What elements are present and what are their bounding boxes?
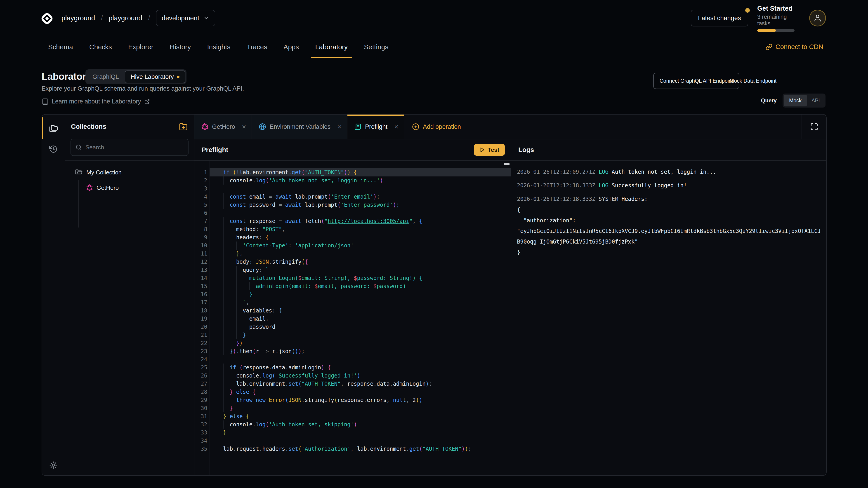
user-icon — [813, 14, 822, 22]
nav-item-history[interactable]: History — [170, 36, 191, 58]
nav-items: SchemaChecksExplorerHistoryInsightsTrace… — [48, 36, 388, 58]
nav-item-laboratory[interactable]: Laboratory — [315, 36, 348, 58]
code-line[interactable]: 18variables: { — [210, 306, 510, 315]
operation-row-label: GetHero — [96, 184, 119, 191]
link-icon — [766, 43, 772, 51]
get-started-widget[interactable]: Get Started 3 remaining tasks — [757, 5, 800, 32]
code-line[interactable]: 20password — [210, 323, 510, 331]
line-number: 12 — [194, 258, 207, 266]
nav-item-apps[interactable]: Apps — [283, 36, 299, 58]
code-editor[interactable]: 1if (!lab.environment.get("AUTH_TOKEN"))… — [194, 161, 510, 475]
close-icon[interactable]: × — [337, 123, 342, 130]
collections-icon[interactable] — [49, 124, 58, 133]
nav-item-traces[interactable]: Traces — [247, 36, 268, 58]
code-line[interactable]: 24 — [210, 355, 510, 363]
test-button[interactable]: Test — [474, 144, 505, 156]
code-line[interactable]: 4const email = await lab.prompt('Enter e… — [210, 193, 510, 201]
get-started-title: Get Started — [757, 5, 800, 12]
tab-preflight[interactable]: Preflight × — [347, 115, 404, 139]
search-input[interactable] — [86, 144, 184, 151]
code-line[interactable]: 3 — [210, 185, 510, 193]
line-number: 18 — [194, 306, 207, 315]
code-line[interactable]: 1if (!lab.environment.get("AUTH_TOKEN"))… — [210, 168, 510, 176]
graphql-icon — [201, 123, 209, 130]
endpoint-mode-row: Query Mock API — [761, 94, 826, 107]
code-line[interactable]: 33} — [210, 429, 510, 437]
test-button-label: Test — [488, 147, 499, 153]
code-line[interactable]: 13query: ` — [210, 266, 510, 274]
code-line[interactable]: 15adminLogin(email: $email, password: $p… — [210, 282, 510, 290]
line-number: 32 — [194, 420, 207, 429]
code-line[interactable]: 21} — [210, 331, 510, 339]
toggle-hive-laboratory[interactable]: Hive Laboratory — [125, 70, 185, 83]
mode-api-option[interactable]: API — [807, 95, 825, 106]
code-line[interactable]: 5const password = await lab.prompt('Ente… — [210, 201, 510, 209]
code-line[interactable]: 32console.log('Auth token set, skipping'… — [210, 420, 510, 429]
tab-gethero[interactable]: GetHero × — [194, 115, 252, 139]
breadcrumb-project[interactable]: playground — [109, 14, 142, 22]
code-line[interactable]: 12body: JSON.stringify({ — [210, 258, 510, 266]
code-line[interactable]: 16} — [210, 290, 510, 298]
nav-item-settings[interactable]: Settings — [364, 36, 388, 58]
breadcrumb-separator: / — [101, 14, 103, 22]
code-line[interactable]: 19email, — [210, 315, 510, 323]
operation-row-gethero[interactable]: GetHero — [65, 182, 194, 194]
code-line[interactable]: 27lab.environment.set("AUTH_TOKEN", resp… — [210, 380, 510, 388]
code-line[interactable]: 25if (response.data.adminLogin) { — [210, 363, 510, 372]
new-collection-icon[interactable] — [179, 123, 188, 131]
user-avatar[interactable] — [809, 10, 826, 26]
code-line[interactable]: 2console.log('Auth token not set, loggin… — [210, 176, 510, 185]
connect-graphql-endpoint-button[interactable]: Connect GraphQL API Endpoint — [653, 73, 739, 89]
tab-environment-variables[interactable]: Environment Variables × — [252, 115, 347, 139]
logs-output[interactable]: 2026-01-26T12:12:09.271Z LOG Auth token … — [511, 161, 826, 475]
logs-panel: Logs 2026-01-26T12:12:09.271Z LOG Auth t… — [510, 139, 826, 475]
code-line[interactable]: 14mutation Login($email: String!, $passw… — [210, 274, 510, 282]
get-started-progress — [757, 29, 795, 32]
code-line[interactable]: 26console.log('Successfully logged in!') — [210, 372, 510, 380]
nav-item-schema[interactable]: Schema — [48, 36, 73, 58]
code-line[interactable]: 11}, — [210, 250, 510, 258]
mode-mock-option[interactable]: Mock — [784, 95, 807, 106]
editor-scrollbar[interactable] — [504, 163, 510, 165]
code-line[interactable]: 17`, — [210, 298, 510, 306]
code-line[interactable]: 10'Content-Type': 'application/json' — [210, 241, 510, 250]
breadcrumb: playground / playground / development — [61, 0, 215, 36]
fullscreen-button[interactable] — [802, 115, 826, 139]
collection-folder-row[interactable]: My Collection — [65, 166, 194, 179]
toggle-graphiql[interactable]: GraphiQL — [87, 73, 125, 80]
code-line[interactable]: 34 — [210, 437, 510, 445]
tab-label: GetHero — [212, 123, 235, 130]
divider — [78, 72, 78, 83]
breadcrumb-org[interactable]: playground — [61, 14, 95, 22]
connect-to-cdn-link[interactable]: Connect to CDN — [766, 36, 823, 58]
code-line[interactable]: 35lab.request.headers.set('Authorization… — [210, 445, 510, 453]
code-line[interactable]: 6 — [210, 209, 510, 217]
close-icon[interactable]: × — [242, 123, 246, 130]
hive-logo-icon[interactable] — [41, 11, 53, 26]
code-line[interactable]: 29throw new Error(JSON.stringify(respons… — [210, 396, 510, 404]
code-line[interactable]: 22}) — [210, 339, 510, 347]
learn-more-link[interactable]: Learn more about the Laboratory — [41, 98, 150, 105]
nav-item-insights[interactable]: Insights — [207, 36, 230, 58]
latest-changes-button[interactable]: Latest changes — [691, 10, 748, 26]
line-number: 7 — [194, 217, 207, 225]
nav-item-checks[interactable]: Checks — [89, 36, 112, 58]
nav-item-explorer[interactable]: Explorer — [128, 36, 153, 58]
line-number: 13 — [194, 266, 207, 274]
code-line[interactable]: 9headers: { — [210, 233, 510, 241]
mock-data-endpoint-button[interactable]: Mock Data Endpoint — [730, 73, 776, 89]
close-icon[interactable]: × — [394, 123, 399, 130]
line-number: 22 — [194, 339, 207, 347]
add-operation-button[interactable]: Add operation — [404, 115, 469, 139]
code-line[interactable]: 8method: "POST", — [210, 225, 510, 233]
code-line[interactable]: 30} — [210, 404, 510, 412]
history-icon[interactable] — [49, 145, 58, 153]
code-line[interactable]: 31} else { — [210, 412, 510, 420]
target-selector[interactable]: development — [156, 10, 215, 26]
gear-icon[interactable] — [49, 461, 58, 469]
code-line[interactable]: 23}).then(r => r.json()); — [210, 347, 510, 355]
code-line[interactable]: 7const response = await fetch("http://lo… — [210, 217, 510, 225]
code-line[interactable]: 28} else { — [210, 388, 510, 396]
line-number: 31 — [194, 412, 207, 420]
hive-laboratory-page: playground / playground / development La… — [0, 0, 868, 488]
